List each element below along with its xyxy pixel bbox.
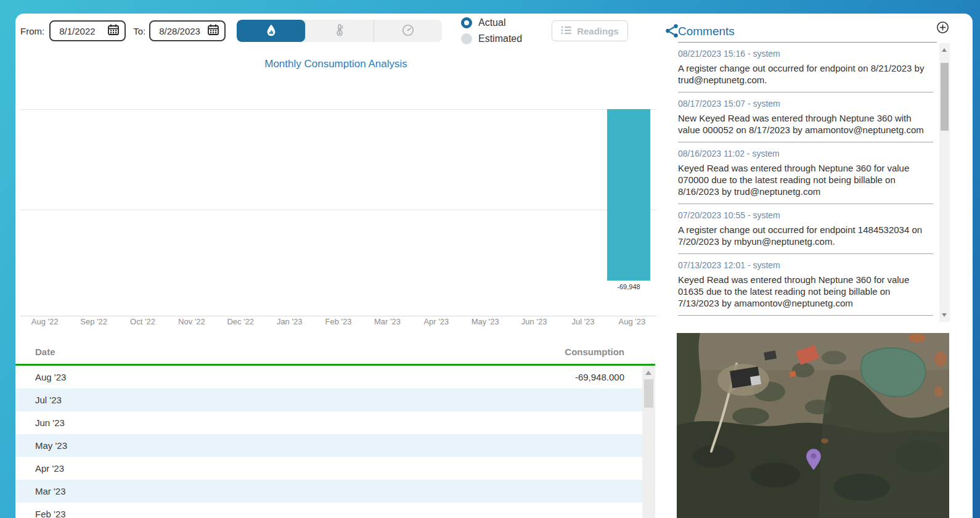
x-axis-tick-label: Apr '23 <box>412 317 460 326</box>
gridline <box>20 210 656 210</box>
row-date-cell: Apr '23 <box>35 463 64 474</box>
add-comment-button[interactable] <box>936 21 949 36</box>
calendar-icon[interactable] <box>107 23 120 38</box>
scroll-up-arrow-icon[interactable] <box>645 371 651 375</box>
x-axis-tick-label: Sep '22 <box>69 317 118 326</box>
gridline <box>20 109 656 110</box>
bar-data-label: -69,948 <box>600 283 658 290</box>
x-axis-tick-label: Jul '23 <box>558 317 607 326</box>
consumption-column-header[interactable]: Consumption <box>565 347 624 357</box>
comment-item[interactable]: 07/12/2023 00:00 - system <box>678 316 933 321</box>
consumption-table: Aug '23 -69,948.000 Jul '23 Jun '23 May … <box>15 366 642 518</box>
to-date-input[interactable]: 8/28/2023 <box>149 20 226 41</box>
water-toggle-button[interactable] <box>237 20 305 42</box>
comments-scrollbar[interactable] <box>939 43 950 322</box>
comment-timestamp: 08/16/2023 11:02 - system <box>678 149 933 158</box>
share-icon[interactable] <box>664 23 680 39</box>
x-axis-tick-label: Nov '22 <box>167 317 216 326</box>
actual-radio-label: Actual <box>478 17 505 28</box>
comment-timestamp: 07/13/2023 12:01 - system <box>678 260 933 270</box>
x-axis-tick-label: Oct '22 <box>118 317 167 326</box>
actual-radio[interactable]: Actual <box>461 15 522 31</box>
thermometer-icon <box>333 23 346 39</box>
row-date-cell: Jul '23 <box>35 395 62 405</box>
to-label: To: <box>133 26 145 36</box>
estimated-radio-label: Estimated <box>478 33 522 44</box>
row-consumption-cell: -69,948.000 <box>575 372 624 382</box>
comment-text: Keyed Read was entered through Neptune 3… <box>678 162 933 197</box>
calendar-icon[interactable] <box>207 23 219 38</box>
list-icon <box>561 25 572 37</box>
x-axis-tick-label: Dec '22 <box>216 317 265 326</box>
x-axis-tick-label: Aug '22 <box>20 317 69 326</box>
table-row[interactable]: Feb '23 <box>15 503 642 518</box>
table-header: Date Consumption <box>35 347 624 357</box>
comments-title: Comments <box>678 25 735 38</box>
table-row[interactable]: Jul '23 <box>15 388 642 411</box>
from-label: From: <box>20 26 44 36</box>
x-axis-tick-label: Mar '23 <box>363 317 412 326</box>
comment-item[interactable]: 07/13/2023 12:01 - system Keyed Read was… <box>678 254 933 316</box>
row-date-cell: May '23 <box>35 440 67 451</box>
bar-aug-23[interactable] <box>607 109 650 281</box>
x-axis-tick-label: Aug '23 <box>608 317 656 326</box>
from-date-input[interactable]: 8/1/2022 <box>49 20 126 41</box>
scrollbar-thumb[interactable] <box>644 379 653 408</box>
x-axis-line <box>20 316 656 316</box>
readings-button-label: Readings <box>577 26 619 36</box>
data-type-radio-group: Actual Estimated <box>461 15 522 47</box>
comment-text: A register change out occurred for endpo… <box>678 62 933 86</box>
x-axis-ticks: Aug '22 Sep '22 Oct '22 Nov '22 Dec '22 … <box>20 317 656 326</box>
comment-timestamp: 07/20/2023 10:55 - system <box>678 210 933 220</box>
x-axis-tick-label: Feb '23 <box>314 317 362 326</box>
metric-toggle-group <box>237 20 442 42</box>
x-axis-tick-label: Jun '23 <box>510 317 558 326</box>
comment-timestamp: 08/17/2023 15:07 - system <box>678 99 933 109</box>
date-column-header[interactable]: Date <box>35 347 55 357</box>
satellite-imagery <box>677 333 949 518</box>
comment-item[interactable]: 07/20/2023 10:55 - system A register cha… <box>678 204 933 254</box>
comment-item[interactable]: 08/16/2023 11:02 - system Keyed Read was… <box>678 142 933 204</box>
comment-timestamp: 08/21/2023 15:16 - system <box>678 49 933 59</box>
table-row[interactable]: Mar '23 <box>15 480 642 503</box>
water-drop-icon <box>264 23 278 39</box>
comment-text: Keyed Read was entered through Neptune 3… <box>678 274 933 309</box>
to-date-value: 8/28/2023 <box>159 26 200 36</box>
app-background: From: 8/1/2022 To: 8/28/2023 <box>0 0 980 518</box>
scroll-up-arrow-icon[interactable] <box>942 48 947 52</box>
table-row[interactable]: Aug '23 -69,948.000 <box>15 366 642 388</box>
table-row[interactable]: Jun '23 <box>15 411 642 434</box>
main-card: From: 8/1/2022 To: 8/28/2023 <box>15 14 973 518</box>
table-scrollbar[interactable] <box>642 366 655 518</box>
radio-unselected-icon <box>461 33 472 44</box>
row-date-cell: Feb '23 <box>35 509 66 518</box>
gauge-toggle-button[interactable] <box>374 20 442 42</box>
comment-text: A register change out occurred for endpo… <box>678 224 933 247</box>
gauge-icon <box>401 23 415 39</box>
chart-title: Monthly Consumption Analysis <box>15 58 656 70</box>
temperature-toggle-button[interactable] <box>305 20 374 42</box>
row-date-cell: Jun '23 <box>35 417 65 428</box>
row-date-cell: Aug '23 <box>35 372 66 382</box>
comment-item[interactable]: 08/21/2023 15:16 - system A register cha… <box>678 43 933 92</box>
estimated-radio[interactable]: Estimated <box>461 31 522 47</box>
toolbar: From: 8/1/2022 To: 8/28/2023 <box>20 20 680 42</box>
comment-item[interactable]: 08/17/2023 15:07 - system New Keyed Read… <box>678 92 933 142</box>
satellite-map[interactable] <box>677 333 949 518</box>
x-axis-tick-label: May '23 <box>461 317 510 326</box>
table-row[interactable]: May '23 <box>15 434 642 457</box>
scrollbar-thumb[interactable] <box>941 63 949 131</box>
radio-selected-icon <box>461 17 472 28</box>
scroll-down-arrow-icon[interactable] <box>942 313 947 317</box>
table-row[interactable]: Apr '23 <box>15 457 642 480</box>
readings-button[interactable]: Readings <box>552 20 628 41</box>
from-date-value: 8/1/2022 <box>59 26 95 36</box>
comment-text: New Keyed Read was entered through Neptu… <box>678 112 933 136</box>
comments-list: 08/21/2023 15:16 - system A register cha… <box>678 43 933 321</box>
consumption-bar-chart: -69,948 <box>20 109 656 319</box>
row-date-cell: Mar '23 <box>35 486 66 496</box>
x-axis-tick-label: Jan '23 <box>265 317 314 326</box>
